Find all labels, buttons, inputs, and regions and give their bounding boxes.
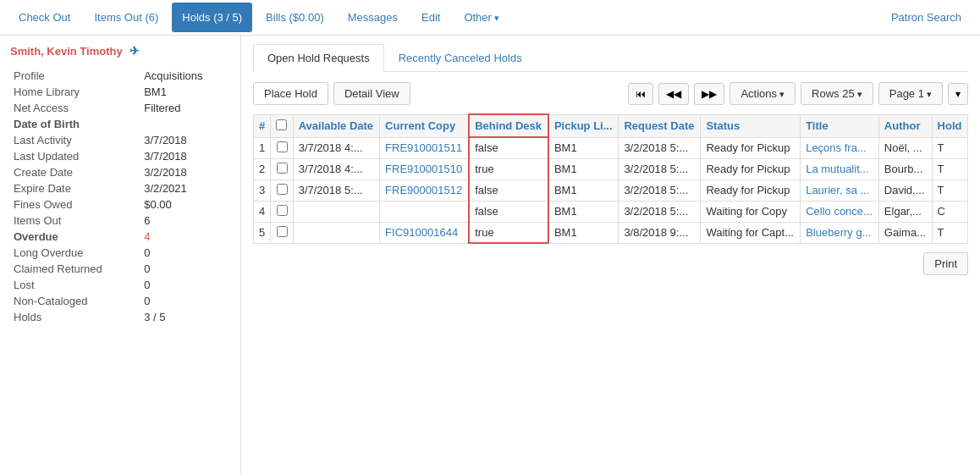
dob-label: Date of Birth xyxy=(10,116,140,132)
home-library-row: Home Library BM1 xyxy=(10,84,230,100)
col-behind-desk: Behind Desk xyxy=(469,114,548,137)
cell-status: Waiting for Copy xyxy=(701,201,801,222)
cell-num: 4 xyxy=(254,201,271,222)
select-all-checkbox[interactable] xyxy=(276,119,287,130)
first-page-button[interactable]: ⏮ xyxy=(628,83,653,105)
table-row: 3 3/7/2018 5:... FRE900001512 false BM1 … xyxy=(254,180,968,201)
col-pickup-library: Pickup Li... xyxy=(548,114,619,137)
table-row: 2 3/7/2018 4:... FRE910001510 true BM1 3… xyxy=(254,158,968,180)
table-header-row: # Available Date Current Copy Behind Des… xyxy=(254,114,968,137)
next-page-button[interactable]: ▶▶ xyxy=(694,83,724,105)
cell-behind-desk: true xyxy=(469,222,548,243)
cell-behind-desk: true xyxy=(469,158,548,180)
lost-value: 0 xyxy=(140,277,230,293)
page-dropdown[interactable]: Page 1 xyxy=(878,82,943,105)
table-row: 5 FIC910001644 true BM1 3/8/2018 9:... W… xyxy=(254,222,968,243)
other-dropdown[interactable]: Other xyxy=(454,3,509,32)
home-library-value: BM1 xyxy=(140,84,230,100)
holds-tabs: Open Hold Requests Recently Canceled Hol… xyxy=(253,44,968,72)
cell-current-copy[interactable] xyxy=(380,201,470,222)
cell-status: Ready for Pickup xyxy=(701,137,801,158)
create-date-row: Create Date 3/2/2018 xyxy=(10,164,230,180)
holds-table: # Available Date Current Copy Behind Des… xyxy=(253,113,968,244)
col-request-date: Request Date xyxy=(619,114,701,137)
prev-page-button[interactable]: ◀◀ xyxy=(658,83,689,105)
place-hold-button[interactable]: Place Hold xyxy=(253,82,328,105)
cell-request-date: 3/2/2018 5:... xyxy=(619,158,701,180)
cell-available: 3/7/2018 4:... xyxy=(293,158,379,180)
cell-title[interactable]: Leçons fra... xyxy=(801,137,879,158)
cell-title[interactable]: Laurier, sa ... xyxy=(801,180,879,201)
last-activity-value: 3/7/2018 xyxy=(140,132,230,148)
patron-search-link[interactable]: Patron Search xyxy=(881,3,972,32)
cell-current-copy[interactable]: FRE900001512 xyxy=(380,180,470,201)
net-access-row: Net Access Filtered xyxy=(10,100,230,116)
main-layout: Smith, Kevin Timothy ✈ Profile Acquisiti… xyxy=(0,36,980,475)
fines-owed-row: Fines Owed $0.00 xyxy=(10,196,230,213)
long-overdue-value: 0 xyxy=(140,245,230,261)
non-cataloged-value: 0 xyxy=(140,293,230,309)
long-overdue-row: Long Overdue 0 xyxy=(10,245,230,261)
cell-behind-desk: false xyxy=(469,180,548,201)
dob-row: Date of Birth xyxy=(10,116,230,132)
print-button[interactable]: Print xyxy=(923,252,968,275)
cell-status: Waiting for Capt... xyxy=(701,222,801,243)
actions-dropdown[interactable]: Actions xyxy=(729,82,796,105)
cell-author: Bourb... xyxy=(878,158,932,180)
rows-dropdown[interactable]: Rows 25 xyxy=(801,82,873,105)
toolbar-right-controls: ⏮ ◀◀ ▶▶ Actions Rows 25 Page 1 ▾ xyxy=(628,82,968,105)
non-cataloged-row: Non-Cataloged 0 xyxy=(10,293,230,309)
cell-checkbox[interactable] xyxy=(271,201,293,222)
cell-current-copy[interactable]: FIC910001644 xyxy=(380,222,470,243)
last-updated-row: Last Updated 3/7/2018 xyxy=(10,148,230,164)
check-out-tab[interactable]: Check Out xyxy=(8,3,80,32)
cell-current-copy[interactable]: FRE910001511 xyxy=(380,137,470,158)
pin-icon[interactable]: ✈ xyxy=(129,44,140,58)
cell-checkbox[interactable] xyxy=(271,158,293,180)
items-out-value: 6 xyxy=(140,213,230,229)
bills-tab[interactable]: Bills ($0.00) xyxy=(256,3,334,32)
cell-title[interactable]: La mutualit... xyxy=(801,158,879,180)
col-title: Title xyxy=(801,114,879,137)
claimed-returned-row: Claimed Returned 0 xyxy=(10,261,230,277)
cell-checkbox[interactable] xyxy=(271,222,293,243)
messages-tab[interactable]: Messages xyxy=(338,3,408,32)
col-hold: Hold xyxy=(932,114,967,137)
col-checkbox xyxy=(271,114,293,137)
cell-num: 3 xyxy=(254,180,271,201)
cell-checkbox[interactable] xyxy=(271,137,293,158)
items-out-tab[interactable]: Items Out (6) xyxy=(84,3,168,32)
cell-title[interactable]: Cello conce... xyxy=(801,201,879,222)
cell-current-copy[interactable]: FRE910001510 xyxy=(380,158,470,180)
tab-recently-canceled[interactable]: Recently Canceled Holds xyxy=(384,44,537,72)
cell-hold: T xyxy=(932,180,967,201)
cell-hold: T xyxy=(932,222,967,243)
cell-pickup-lib: BM1 xyxy=(548,180,619,201)
holds-value: 3 / 5 xyxy=(140,309,230,325)
cell-author: Gaima... xyxy=(878,222,932,243)
patron-name-header: Smith, Kevin Timothy ✈ xyxy=(10,44,230,58)
fines-owed-value: $0.00 xyxy=(140,196,230,213)
cell-behind-desk: false xyxy=(469,201,548,222)
detail-view-button[interactable]: Detail View xyxy=(333,82,410,105)
overdue-row: Overdue 4 xyxy=(10,229,230,245)
cell-checkbox[interactable] xyxy=(271,180,293,201)
edit-tab[interactable]: Edit xyxy=(411,3,450,32)
col-num: # xyxy=(254,114,271,137)
cell-author: Noël, ... xyxy=(878,137,932,158)
tab-open-holds[interactable]: Open Hold Requests xyxy=(253,44,384,72)
cell-request-date: 3/2/2018 5:... xyxy=(619,137,701,158)
cell-pickup-lib: BM1 xyxy=(548,222,619,243)
expire-date-row: Expire Date 3/2/2021 xyxy=(10,180,230,196)
holds-tab[interactable]: Holds (3 / 5) xyxy=(172,3,252,32)
cell-available: 3/7/2018 4:... xyxy=(293,137,379,158)
cell-status: Ready for Pickup xyxy=(701,180,801,201)
cell-pickup-lib: BM1 xyxy=(548,158,619,180)
cell-num: 5 xyxy=(254,222,271,243)
cell-title[interactable]: Blueberry g... xyxy=(801,222,879,243)
claimed-returned-value: 0 xyxy=(140,261,230,277)
cell-author: Elgar,... xyxy=(878,201,932,222)
cell-status: Ready for Pickup xyxy=(701,158,801,180)
more-options-button[interactable]: ▾ xyxy=(948,83,968,105)
cell-num: 1 xyxy=(254,137,271,158)
